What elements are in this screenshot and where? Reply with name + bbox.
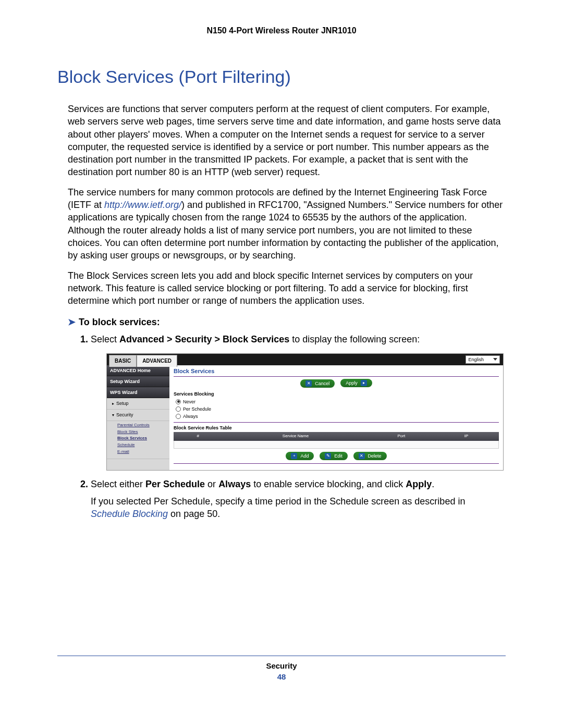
chevron-down-icon bbox=[493, 358, 497, 361]
step2-text-a: Select either bbox=[91, 479, 145, 489]
sidebar-item-block-services[interactable]: Block Services bbox=[117, 435, 169, 442]
add-button-label: Add bbox=[300, 453, 309, 459]
schedule-blocking-link[interactable]: Schedule Blocking bbox=[91, 509, 168, 519]
sidebar-item-schedule[interactable]: Schedule bbox=[117, 442, 169, 449]
tab-basic[interactable]: BASIC bbox=[109, 355, 137, 367]
radio-dot-icon bbox=[176, 399, 181, 404]
sidebar-item-security[interactable]: Security bbox=[107, 410, 169, 421]
delete-button-label: Delete bbox=[368, 453, 382, 459]
page-footer: Security 48 bbox=[57, 661, 506, 681]
apply-button-label: Apply bbox=[346, 380, 358, 386]
radio-always[interactable]: Always bbox=[174, 413, 499, 420]
plus-icon: + bbox=[291, 453, 297, 459]
step1-text-c: to display the following screen: bbox=[289, 334, 420, 344]
sidebar-item-parental-controls[interactable]: Parental Controls bbox=[117, 422, 169, 429]
document-header: N150 4-Port Wireless Router JNR1010 bbox=[57, 26, 506, 35]
radio-dot-icon bbox=[176, 414, 181, 419]
router-ui-screenshot: BASIC ADVANCED English ADVANCED Home Set… bbox=[106, 353, 504, 471]
footer-rule bbox=[57, 656, 506, 656]
apply-button[interactable]: Apply ▸ bbox=[340, 379, 372, 387]
main-panel: Block Services ✕ Cancel Apply ▸ bbox=[169, 365, 503, 471]
add-button[interactable]: + Add bbox=[286, 452, 314, 460]
radio-never[interactable]: Never bbox=[174, 398, 499, 405]
procedure-steps: Select Advanced > Security > Block Servi… bbox=[57, 333, 506, 520]
radio-never-label: Never bbox=[183, 399, 195, 405]
sidebar-item-setup[interactable]: Setup bbox=[107, 398, 169, 410]
table-action-buttons: + Add ✎ Edit ✕ Delete bbox=[174, 452, 499, 460]
step2-opt-always: Always bbox=[218, 479, 251, 489]
cancel-button[interactable]: ✕ Cancel bbox=[300, 379, 335, 388]
cancel-button-label: Cancel bbox=[315, 380, 329, 387]
intro-paragraph-2: The service numbers for many common prot… bbox=[57, 186, 506, 262]
ietf-link[interactable]: http://www.ietf.org/ bbox=[104, 200, 181, 210]
rules-table-row-empty bbox=[174, 441, 499, 449]
services-blocking-section: Services Blocking Never Per Schedule Alw… bbox=[174, 391, 499, 423]
sidebar-security-submenu: Parental Controls Block Sites Block Serv… bbox=[107, 421, 169, 459]
page-title: Block Services (Port Filtering) bbox=[57, 67, 506, 87]
th-number: # bbox=[174, 434, 223, 439]
edit-button-label: Edit bbox=[334, 453, 342, 459]
sidebar-item-block-sites[interactable]: Block Sites bbox=[117, 429, 169, 436]
step1-text-a: Select bbox=[91, 334, 119, 344]
th-port: Port bbox=[369, 434, 434, 439]
step2-opt-per-schedule: Per Schedule bbox=[145, 479, 205, 489]
sidebar-item-wps-wizard[interactable]: WPS Wizard bbox=[107, 387, 169, 398]
top-tab-bar: BASIC ADVANCED English bbox=[107, 354, 503, 365]
sidebar-item-advanced-home[interactable]: ADVANCED Home bbox=[107, 365, 169, 376]
sidebar-nav: ADVANCED Home Setup Wizard WPS Wizard Se… bbox=[107, 365, 169, 471]
radio-per-schedule[interactable]: Per Schedule bbox=[174, 405, 499, 413]
step-2: Select either Per Schedule or Always to … bbox=[91, 478, 506, 520]
step2-note-b: on page 50. bbox=[168, 509, 220, 519]
sidebar-item-setup-wizard[interactable]: Setup Wizard bbox=[107, 376, 169, 387]
radio-dot-icon bbox=[176, 406, 181, 412]
chevron-right-icon: ➤ bbox=[68, 316, 76, 328]
rules-table-header: # Service Name Port IP bbox=[174, 432, 499, 441]
panel-title: Block Services bbox=[174, 367, 499, 377]
footer-chapter: Security bbox=[57, 661, 506, 670]
step2-text-c: to enable service blocking, and click bbox=[251, 479, 406, 489]
th-ip: IP bbox=[434, 434, 499, 439]
intro-paragraph-3: The Block Services screen lets you add a… bbox=[57, 269, 506, 307]
radio-always-label: Always bbox=[183, 413, 198, 419]
procedure-heading: ➤To block services: bbox=[57, 316, 506, 328]
procedure-heading-text: To block services: bbox=[79, 317, 160, 327]
close-icon: ✕ bbox=[359, 453, 365, 459]
radio-per-schedule-label: Per Schedule bbox=[183, 406, 211, 412]
th-service-name: Service Name bbox=[223, 434, 369, 439]
step2-text-e: . bbox=[432, 479, 434, 489]
sidebar-item-email[interactable]: E-mail bbox=[117, 449, 169, 455]
services-blocking-label: Services Blocking bbox=[174, 391, 499, 397]
step1-menu-path: Advanced > Security > Block Services bbox=[119, 334, 289, 344]
edit-button[interactable]: ✎ Edit bbox=[320, 452, 348, 460]
panel-action-buttons: ✕ Cancel Apply ▸ bbox=[174, 379, 499, 388]
close-icon: ✕ bbox=[305, 380, 312, 387]
language-value: English bbox=[468, 356, 484, 363]
footer-page-number: 48 bbox=[57, 672, 506, 681]
step2-text-mid: or bbox=[205, 479, 218, 489]
language-dropdown[interactable]: English bbox=[466, 355, 500, 364]
step2-note-a: If you selected Per Schedule, specify a … bbox=[91, 496, 465, 507]
intro-paragraph-1: Services are functions that server compu… bbox=[57, 103, 506, 179]
tab-advanced[interactable]: ADVANCED bbox=[137, 355, 177, 367]
step-1: Select Advanced > Security > Block Servi… bbox=[91, 333, 506, 471]
delete-button[interactable]: ✕ Delete bbox=[353, 452, 387, 460]
arrow-right-icon: ▸ bbox=[361, 380, 367, 386]
document-page: N150 4-Port Wireless Router JNR1010 Bloc… bbox=[0, 0, 563, 702]
step2-apply: Apply bbox=[406, 479, 432, 489]
rules-table-title: Block Service Rules Table bbox=[174, 425, 499, 431]
pencil-icon: ✎ bbox=[325, 453, 331, 459]
